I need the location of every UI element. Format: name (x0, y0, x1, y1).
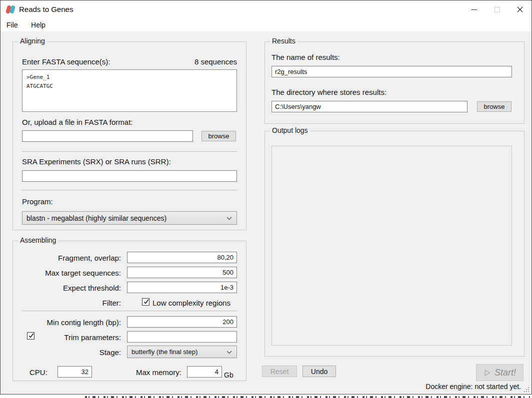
max-target-input[interactable] (127, 267, 237, 278)
results-name-label: The name of results: (272, 53, 340, 61)
filter-checkbox-label[interactable]: Low complexity regions (152, 299, 230, 307)
min-contig-input[interactable] (127, 316, 237, 328)
fragment-label: Fragment, overlap: (22, 254, 121, 262)
start-button[interactable]: Start! (476, 364, 524, 381)
stage-selected-value: butterfly (the final step) (132, 348, 198, 356)
min-contig-label: Min contig length (bp): (22, 318, 121, 327)
play-icon (484, 369, 491, 377)
aligning-legend: Aligning (18, 37, 48, 45)
maximize-icon (494, 7, 500, 12)
maximize-button (486, 0, 508, 18)
filter-checkbox[interactable] (142, 298, 150, 306)
resize-grip[interactable] (524, 387, 529, 392)
undo-button[interactable]: Undo (302, 366, 336, 377)
output-logs-legend: Output logs (270, 126, 310, 134)
window-controls (462, 0, 532, 18)
fasta-textarea[interactable]: >Gene_1 ATGCATGC (22, 69, 237, 112)
chevron-down-icon (226, 217, 232, 220)
program-selected-value: blastn - megablast (highly similar seque… (26, 214, 166, 222)
titlebar: Reads to Genes (0, 0, 532, 18)
assembling-legend: Assembling (18, 236, 58, 244)
app-window: Reads to Genes File Help Aligning Enter … (0, 0, 532, 395)
trim-label: Trim parameters: (22, 333, 121, 342)
separator (22, 311, 237, 311)
upload-label: Or, upload a file in FASTA format: (22, 118, 133, 126)
stage-label: Stage: (22, 348, 121, 357)
statusbar-message: Docker engine: not started yet. (426, 383, 521, 391)
output-logs-view[interactable] (272, 146, 512, 346)
max-memory-label: Max memory: (136, 368, 182, 377)
sequence-count: 8 sequences (194, 57, 237, 66)
results-name-input[interactable] (272, 66, 512, 77)
sra-input[interactable] (22, 170, 237, 182)
background-text-fragments (85, 396, 530, 398)
stage-dropdown[interactable]: butterfly (the final step) (127, 346, 237, 358)
aligning-group: Aligning Enter FASTA sequence(s): 8 sequ… (12, 41, 246, 230)
expect-threshold-label: Expect threshold: (22, 284, 121, 292)
separator (22, 151, 237, 152)
cpu-label: CPU: (30, 368, 48, 377)
program-label: Program: (22, 197, 53, 206)
minimize-icon (472, 9, 477, 10)
memory-unit-label: Gb (224, 371, 234, 379)
upload-file-input[interactable] (22, 130, 193, 142)
trim-input[interactable] (127, 331, 237, 343)
check-icon (143, 299, 150, 305)
results-dir-label: The directory where stores results: (272, 88, 386, 96)
window-title: Reads to Genes (19, 0, 73, 18)
fragment-input[interactable] (127, 252, 237, 263)
results-dir-input[interactable] (272, 101, 468, 112)
sra-label: SRA Experiments (SRX) or SRA runs (SRR): (22, 157, 171, 166)
expect-threshold-input[interactable] (127, 282, 237, 293)
separator (22, 190, 237, 190)
close-icon (517, 6, 523, 12)
desktop-screen: Reads to Genes File Help Aligning Enter … (0, 0, 532, 398)
minimize-button[interactable] (462, 0, 486, 18)
chevron-down-icon (226, 351, 232, 354)
filter-label: Filter: (22, 299, 121, 307)
fasta-label: Enter FASTA sequence(s): (22, 57, 110, 66)
assembling-group: Assembling Fragment, overlap: Max target… (12, 241, 246, 381)
results-legend: Results (270, 37, 298, 45)
max-memory-input[interactable] (187, 366, 222, 378)
start-button-label: Start! (494, 368, 516, 378)
upload-browse-button[interactable]: browse (202, 131, 236, 141)
close-button[interactable] (508, 0, 532, 18)
app-logo-icon (6, 5, 16, 14)
menubar: File Help (0, 18, 532, 31)
max-target-label: Max target sequences: (22, 269, 121, 277)
menu-file[interactable]: File (2, 18, 23, 31)
program-dropdown[interactable]: blastn - megablast (highly similar seque… (22, 211, 237, 225)
cpu-input[interactable] (58, 366, 92, 378)
background-window-sliver (0, 395, 532, 398)
reset-button[interactable]: Reset (262, 366, 297, 377)
results-group: Results The name of results: The directo… (264, 41, 524, 124)
output-logs-group: Output logs (264, 131, 524, 357)
menu-help[interactable]: Help (26, 18, 50, 31)
dir-browse-button[interactable]: browse (477, 101, 512, 112)
